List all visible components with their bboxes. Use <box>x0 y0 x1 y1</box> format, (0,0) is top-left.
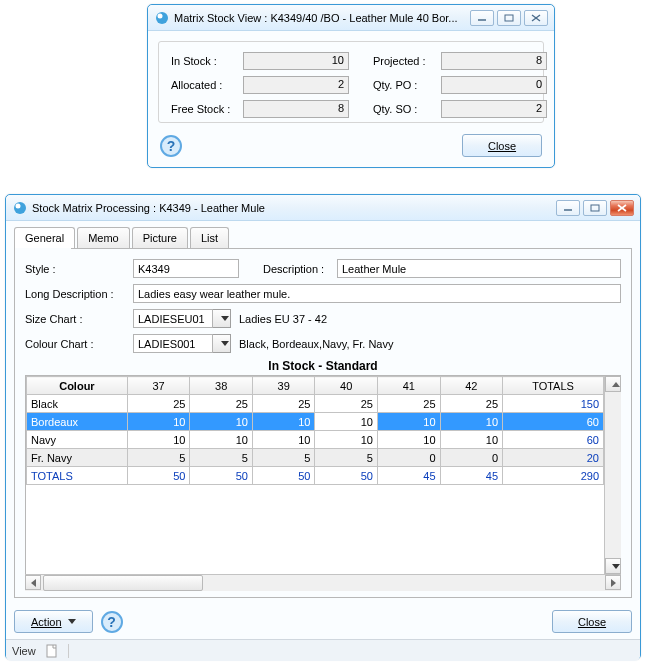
qty-po-label: Qty. PO : <box>373 79 441 91</box>
cell[interactable]: 0 <box>377 449 440 467</box>
chevron-up-icon <box>612 382 620 387</box>
close-button[interactable]: Close <box>462 134 542 157</box>
free-stock-value: 8 <box>243 100 349 118</box>
chevron-down-icon <box>221 341 229 346</box>
size-chart-dropdown-button[interactable] <box>213 309 231 328</box>
cell[interactable]: 10 <box>440 413 503 431</box>
row-total: 20 <box>503 449 604 467</box>
grid-header-colour[interactable]: Colour <box>27 377 128 395</box>
cell[interactable]: 5 <box>252 449 315 467</box>
cell[interactable]: 10 <box>127 431 190 449</box>
cell[interactable]: 25 <box>252 395 315 413</box>
titlebar[interactable]: Stock Matrix Processing : K4349 - Leathe… <box>6 195 640 221</box>
grid-header-size[interactable]: 37 <box>127 377 190 395</box>
close-button[interactable] <box>610 200 634 216</box>
cell[interactable]: 0 <box>440 449 503 467</box>
svg-point-6 <box>14 202 26 214</box>
cell[interactable]: 10 <box>252 431 315 449</box>
qty-po-value: 0 <box>441 76 547 94</box>
grid-header-size[interactable]: 40 <box>315 377 378 395</box>
help-icon[interactable]: ? <box>101 611 123 633</box>
cell[interactable]: 25 <box>440 395 503 413</box>
totals-cell: 45 <box>377 467 440 485</box>
cell[interactable]: 10 <box>377 413 440 431</box>
app-icon <box>12 200 28 216</box>
cell[interactable]: 25 <box>315 395 378 413</box>
cell[interactable]: 10 <box>315 413 378 431</box>
colour-chart-dropdown-button[interactable] <box>213 334 231 353</box>
scroll-up-button[interactable] <box>605 376 621 392</box>
action-button[interactable]: Action <box>14 610 93 633</box>
horizontal-scrollbar[interactable] <box>25 574 621 591</box>
cell[interactable]: 25 <box>127 395 190 413</box>
grid-header-totals[interactable]: TOTALS <box>503 377 604 395</box>
scroll-left-button[interactable] <box>25 575 41 590</box>
cell[interactable]: 5 <box>190 449 253 467</box>
table-row[interactable]: Black252525252525150 <box>27 395 604 413</box>
cell[interactable]: 10 <box>377 431 440 449</box>
stock-matrix-processing-window: Stock Matrix Processing : K4349 - Leathe… <box>5 194 641 660</box>
matrix-stock-view-window: Matrix Stock View : K4349/40 /BO - Leath… <box>147 4 555 168</box>
minimize-button[interactable] <box>556 200 580 216</box>
cell[interactable]: 25 <box>190 395 253 413</box>
minimize-button[interactable] <box>470 10 494 26</box>
grid-header-size[interactable]: 38 <box>190 377 253 395</box>
cell[interactable]: 10 <box>127 413 190 431</box>
grid-header-size[interactable]: 41 <box>377 377 440 395</box>
tab-picture[interactable]: Picture <box>132 227 188 248</box>
tab-body-general: Style : Description : Long Description :… <box>14 248 632 598</box>
projected-label: Projected : <box>373 55 441 67</box>
table-row[interactable]: Bordeaux10101010101060 <box>27 413 604 431</box>
grid-header-size[interactable]: 39 <box>252 377 315 395</box>
chevron-down-icon <box>68 619 76 624</box>
maximize-button[interactable] <box>583 200 607 216</box>
close-button[interactable] <box>524 10 548 26</box>
totals-label: TOTALS <box>27 467 128 485</box>
table-row[interactable]: Fr. Navy55550020 <box>27 449 604 467</box>
help-icon[interactable]: ? <box>160 135 182 157</box>
cell[interactable]: 5 <box>315 449 378 467</box>
cell[interactable]: 10 <box>190 431 253 449</box>
titlebar[interactable]: Matrix Stock View : K4349/40 /BO - Leath… <box>148 5 554 31</box>
cell[interactable]: 10 <box>190 413 253 431</box>
svg-point-0 <box>156 12 168 24</box>
stock-grid-table[interactable]: Colour373839404142TOTALS Black2525252525… <box>26 376 604 485</box>
row-total: 60 <box>503 413 604 431</box>
tab-general[interactable]: General <box>14 227 75 248</box>
tab-list[interactable]: List <box>190 227 229 248</box>
chevron-down-icon <box>612 564 620 569</box>
svg-rect-3 <box>505 15 513 21</box>
bottom-bar: Action ? Close <box>6 604 640 639</box>
vertical-scrollbar[interactable] <box>604 376 621 574</box>
cell[interactable]: 10 <box>440 431 503 449</box>
scrollbar-thumb[interactable] <box>43 575 203 591</box>
size-chart-value[interactable] <box>133 309 213 328</box>
grid-header-size[interactable]: 42 <box>440 377 503 395</box>
app-icon <box>154 10 170 26</box>
svg-rect-12 <box>47 645 56 657</box>
scroll-right-button[interactable] <box>605 575 621 590</box>
row-name: Fr. Navy <box>27 449 128 467</box>
row-total: 150 <box>503 395 604 413</box>
long-description-input[interactable] <box>133 284 621 303</box>
long-description-label: Long Description : <box>25 288 133 300</box>
status-label: View <box>12 645 36 657</box>
cell[interactable]: 5 <box>127 449 190 467</box>
svg-rect-9 <box>591 205 599 211</box>
tabs: General Memo Picture List <box>6 221 640 248</box>
cell[interactable]: 10 <box>315 431 378 449</box>
row-total: 60 <box>503 431 604 449</box>
table-row[interactable]: Navy10101010101060 <box>27 431 604 449</box>
size-chart-combo[interactable] <box>133 309 231 328</box>
cell[interactable]: 10 <box>252 413 315 431</box>
colour-chart-value[interactable] <box>133 334 213 353</box>
cell[interactable]: 25 <box>377 395 440 413</box>
scroll-down-button[interactable] <box>605 558 621 574</box>
close-button[interactable]: Close <box>552 610 632 633</box>
maximize-button[interactable] <box>497 10 521 26</box>
description-input[interactable] <box>337 259 621 278</box>
stock-grid[interactable]: Colour373839404142TOTALS Black2525252525… <box>25 375 621 575</box>
colour-chart-combo[interactable] <box>133 334 231 353</box>
style-input[interactable] <box>133 259 239 278</box>
tab-memo[interactable]: Memo <box>77 227 130 248</box>
